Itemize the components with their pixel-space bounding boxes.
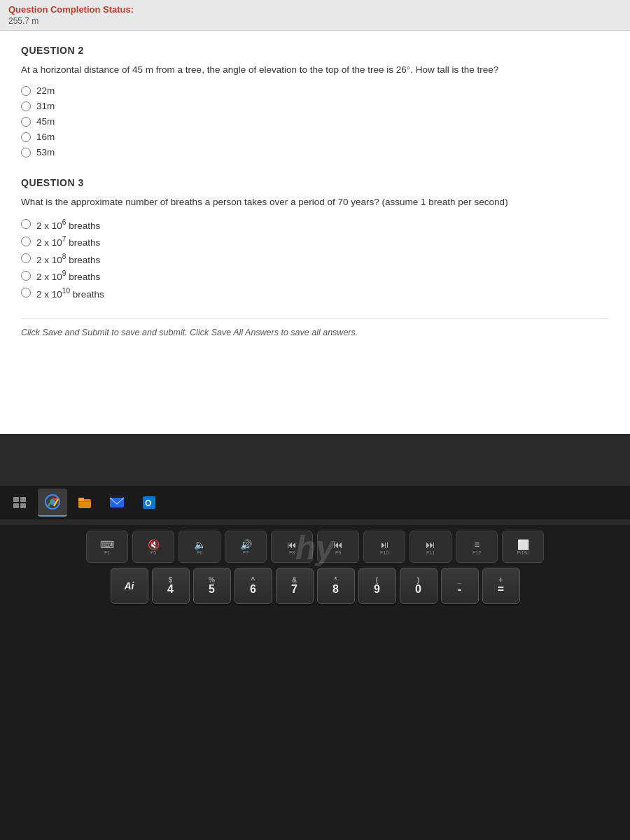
- svg-rect-2: [13, 503, 19, 508]
- key-6[interactable]: ^ 6: [234, 568, 272, 604]
- fn-key-f6[interactable]: 🔈 F6: [178, 531, 220, 563]
- key-minus[interactable]: _ -: [441, 568, 479, 604]
- fn-key-f7[interactable]: 🔊 F7: [225, 531, 267, 563]
- virtual-desktop-icon: [13, 495, 28, 510]
- play-pause-icon: ⏯: [379, 539, 389, 550]
- fn-key-f1[interactable]: ⌨ F1: [86, 531, 128, 563]
- q3-radio-4[interactable]: [21, 271, 31, 281]
- taskbar: O: [0, 486, 630, 519]
- key-0[interactable]: ) 0: [400, 568, 438, 604]
- q3-label-4: 2 x 109 breaths: [36, 270, 100, 282]
- keyboard-icon: ⌨: [100, 539, 114, 550]
- outlook-btn[interactable]: O: [134, 489, 164, 517]
- fn-key-f10[interactable]: ⏯ F10: [363, 531, 405, 563]
- fn-key-prtsc[interactable]: ⬜ PrtSc: [502, 531, 544, 563]
- completion-bar: Question Completion Status: 255.7 m: [0, 0, 630, 31]
- q2-label-4: 16m: [36, 132, 55, 142]
- q3-option-5[interactable]: 2 x 1010 breaths: [21, 287, 609, 300]
- q3-label-5: 2 x 1010 breaths: [36, 287, 104, 300]
- q3-option-3[interactable]: 2 x 108 breaths: [21, 253, 609, 265]
- question-3-text: What is the approximate number of breath…: [21, 195, 609, 209]
- key-7[interactable]: & 7: [276, 568, 314, 604]
- q2-radio-5[interactable]: [21, 148, 31, 158]
- virtual-desktop-btn[interactable]: [6, 489, 35, 517]
- q2-label-1: 22m: [36, 85, 55, 96]
- q2-label-5: 53m: [36, 147, 55, 158]
- svg-rect-1: [20, 497, 26, 502]
- file-manager-icon: [77, 495, 92, 510]
- q2-radio-2[interactable]: [21, 102, 31, 111]
- q3-label-2: 2 x 107 breaths: [36, 235, 100, 248]
- fn-key-row: ⌨ F1 🔇 F5 🔈 F6 🔊 F7 ⏮ F8 ⏮ F9 ⏯ F10 ⏭: [0, 525, 630, 566]
- question-2-text: At a horizontal distance of 45 m from a …: [21, 63, 609, 77]
- number-key-row: Ai $ 4 % 5 ^ 6 & 7 * 8 ( 9 ) 0: [0, 566, 630, 606]
- question-3-options: 2 x 106 breaths 2 x 107 breaths 2 x 108 …: [21, 218, 609, 300]
- mute-icon: 🔇: [148, 539, 160, 550]
- fn-key-f9[interactable]: ⏮ F9: [317, 531, 359, 563]
- q3-label-3: 2 x 108 breaths: [36, 253, 100, 265]
- key-4[interactable]: $ 4: [152, 568, 190, 604]
- q3-option-2[interactable]: 2 x 107 breaths: [21, 235, 609, 248]
- q2-option-5[interactable]: 53m: [21, 147, 609, 158]
- q2-option-1[interactable]: 22m: [21, 85, 609, 96]
- q3-radio-3[interactable]: [21, 253, 31, 263]
- vol-down-icon: 🔈: [194, 539, 206, 550]
- next-icon: ⏭: [426, 539, 435, 550]
- svg-rect-7: [78, 498, 84, 501]
- file-manager-btn[interactable]: [70, 489, 99, 517]
- q2-radio-3[interactable]: [21, 117, 31, 127]
- q3-option-1[interactable]: 2 x 106 breaths: [21, 218, 609, 231]
- skip-back-icon: ⏮: [287, 539, 297, 550]
- vol-up-icon: 🔊: [240, 539, 252, 550]
- question-2-block: QUESTION 2 At a horizontal distance of 4…: [21, 45, 609, 158]
- q3-radio-5[interactable]: [21, 288, 31, 298]
- q2-option-2[interactable]: 31m: [21, 101, 609, 111]
- submit-note: Click Save and Submit to save and submit…: [21, 318, 609, 337]
- q3-radio-2[interactable]: [21, 237, 31, 246]
- q2-radio-4[interactable]: [21, 132, 31, 142]
- key-8[interactable]: * 8: [317, 568, 355, 604]
- svg-rect-3: [20, 503, 26, 508]
- chrome-btn[interactable]: [38, 489, 67, 517]
- key-5[interactable]: % 5: [193, 568, 231, 604]
- fn-key-f8[interactable]: ⏮ F8: [271, 531, 313, 563]
- svg-rect-0: [13, 497, 19, 502]
- q2-option-3[interactable]: 45m: [21, 116, 609, 127]
- menu-icon: ≡: [474, 539, 479, 550]
- email-btn[interactable]: [102, 489, 132, 517]
- q2-label-3: 45m: [36, 116, 55, 127]
- email-icon: [109, 495, 125, 510]
- key-equals[interactable]: + =: [482, 568, 520, 604]
- fn-key-f12[interactable]: ≡ F12: [456, 531, 498, 563]
- question-2-options: 22m 31m 45m 16m 53m: [21, 85, 609, 158]
- fn-key-f11[interactable]: ⏭ F11: [410, 531, 451, 563]
- q2-radio-1[interactable]: [21, 86, 31, 96]
- prtsc-icon: ⬜: [517, 539, 529, 550]
- question-3-title: QUESTION 3: [21, 177, 609, 188]
- keyboard-area: ⌨ F1 🔇 F5 🔈 F6 🔊 F7 ⏮ F8 ⏮ F9 ⏯ F10 ⏭: [0, 525, 630, 840]
- ai-label: Ai: [125, 580, 134, 592]
- q3-radio-1[interactable]: [21, 219, 31, 229]
- outlook-icon: O: [141, 495, 157, 510]
- quiz-content: QUESTION 2 At a horizontal distance of 4…: [0, 31, 630, 434]
- fn-key-f5[interactable]: 🔇 F5: [132, 531, 174, 563]
- key-ai[interactable]: Ai: [111, 568, 148, 604]
- svg-text:O: O: [145, 498, 151, 508]
- question-3-block: QUESTION 3 What is the approximate numbe…: [21, 177, 609, 299]
- q3-option-4[interactable]: 2 x 109 breaths: [21, 270, 609, 282]
- question-2-title: QUESTION 2: [21, 45, 609, 56]
- q3-label-1: 2 x 106 breaths: [36, 218, 100, 231]
- q2-option-4[interactable]: 16m: [21, 132, 609, 142]
- q2-label-2: 31m: [36, 101, 55, 111]
- chrome-icon: [44, 493, 61, 510]
- quiz-area: Question Completion Status: 255.7 m QUES…: [0, 0, 630, 434]
- completion-value: 255.7 m: [8, 16, 622, 26]
- key-9[interactable]: ( 9: [358, 568, 396, 604]
- completion-label: Question Completion Status:: [8, 4, 134, 15]
- prev-icon: ⏮: [333, 539, 343, 550]
